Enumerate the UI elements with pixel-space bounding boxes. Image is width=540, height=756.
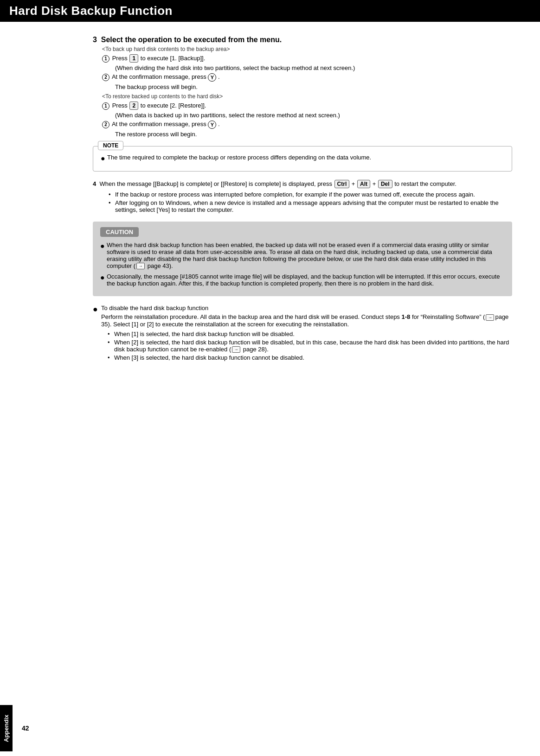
step3-intro: Select the operation to be executed from… xyxy=(101,36,282,44)
caution-bullet2: ● Occasionally, the message [#1805 canno… xyxy=(100,273,505,287)
disable-bullet3: • When [3] is selected, the hard disk ba… xyxy=(108,354,512,361)
backup-step2: 2 At the confirmation message, press Y . xyxy=(102,73,512,82)
note-bullet: ● The time required to complete the back… xyxy=(101,154,504,164)
step3-block: 3 Select the operation to be executed fr… xyxy=(93,36,512,138)
caution-label: CAUTION xyxy=(100,227,139,237)
disable-bullets: • When [1] is selected, the hard disk ba… xyxy=(101,330,512,362)
backup-step2c: The backup process will begin. xyxy=(115,83,512,90)
restore-step1: 1 Press 2 to execute [2. [Restore]]. xyxy=(102,102,512,110)
disable-para1: Perform the reinstallation procedure. Al… xyxy=(101,313,512,328)
disable-bullet2: • When [2] is selected, the hard disk ba… xyxy=(108,339,512,353)
caution-bullet1-dot: ● xyxy=(100,241,107,251)
backup-step1c: (When dividing the hard disk into two pa… xyxy=(115,64,512,71)
disable-bullet1: • When [1] is selected, the hard disk ba… xyxy=(108,330,512,337)
step4-bullets: • If the backup or restore process was i… xyxy=(102,191,512,213)
caution-content: ● When the hard disk backup function has… xyxy=(100,241,505,287)
circle-1b: 1 xyxy=(102,102,109,110)
caution-bullet2-dot: ● xyxy=(100,273,107,283)
restore-step2c: The restore process will begin. xyxy=(115,131,512,138)
step4-number: 4 xyxy=(93,180,96,187)
disable-intro: To disable the hard disk backup function xyxy=(101,305,512,311)
restore-tag: <To restore backed up contents to the ha… xyxy=(102,93,512,100)
y-badge-1: Y xyxy=(208,73,216,82)
step4-bullet1: • If the backup or restore process was i… xyxy=(109,191,512,198)
backup-press-label: Press xyxy=(112,55,128,62)
key-ctrl: Ctrl xyxy=(334,180,350,188)
caution-box: CAUTION ● When the hard disk backup func… xyxy=(93,222,512,297)
note-content: ● The time required to complete the back… xyxy=(101,154,504,164)
restore-step1c: (When data is backed up in two partition… xyxy=(115,112,512,119)
note-bullet-dot: ● xyxy=(101,154,107,164)
caution-bullet1: ● When the hard disk backup function has… xyxy=(100,241,505,270)
backup-tag: <To back up hard disk contents to the ba… xyxy=(102,46,512,52)
backup-step1: 1 Press 1 to execute [1. [Backup]]. xyxy=(102,54,512,63)
key-2: 2 xyxy=(129,102,138,110)
appendix-tab: Appendix xyxy=(0,705,13,751)
disable-dot: ● xyxy=(93,305,101,315)
key-alt: Alt xyxy=(357,180,370,188)
ref-icon-28: → xyxy=(232,346,240,353)
restore-step2: 2 At the confirmation message, press Y . xyxy=(102,121,512,129)
disable-content: To disable the hard disk backup function… xyxy=(101,305,512,362)
y-badge-2: Y xyxy=(208,121,216,129)
step4-main: 4 When the message [[Backup] is complete… xyxy=(93,180,512,188)
circle-1: 1 xyxy=(102,55,109,63)
note-text: The time required to complete the backup… xyxy=(107,154,371,161)
step4-block: 4 When the message [[Backup] is complete… xyxy=(93,180,512,213)
ref-icon-35: → xyxy=(486,314,494,321)
ref-icon-43: → xyxy=(136,263,145,269)
disable-section: ● To disable the hard disk backup functi… xyxy=(93,305,512,362)
note-label: NOTE xyxy=(98,141,123,150)
circle-2a: 2 xyxy=(102,74,109,81)
disable-bold: 1-8 xyxy=(402,313,411,320)
page-number: 42 xyxy=(22,724,29,732)
circle-2b: 2 xyxy=(102,121,109,128)
note-box: NOTE ● The time required to complete the… xyxy=(93,146,512,172)
page-title: Hard Disk Backup Function xyxy=(9,4,173,18)
caution-bullet1-text: When the hard disk backup function has b… xyxy=(107,241,505,270)
page-header: Hard Disk Backup Function xyxy=(0,0,540,22)
step4-text2: to restart the computer. xyxy=(394,180,456,187)
step3-number: 3 Select the operation to be executed fr… xyxy=(93,36,512,44)
step3-content: <To back up hard disk contents to the ba… xyxy=(102,46,512,138)
step4-text: When the message [[Backup] is complete] … xyxy=(99,180,332,187)
backup-step1b: to execute [1. [Backup]]. xyxy=(141,55,205,62)
key-del: Del xyxy=(378,180,392,188)
step4-bullet2: • After logging on to Windows, when a ne… xyxy=(109,199,512,213)
main-content: 3 Select the operation to be executed fr… xyxy=(0,22,540,386)
caution-bullet2-text: Occasionally, the message [#1805 cannot … xyxy=(107,273,505,287)
key-1: 1 xyxy=(129,54,138,63)
